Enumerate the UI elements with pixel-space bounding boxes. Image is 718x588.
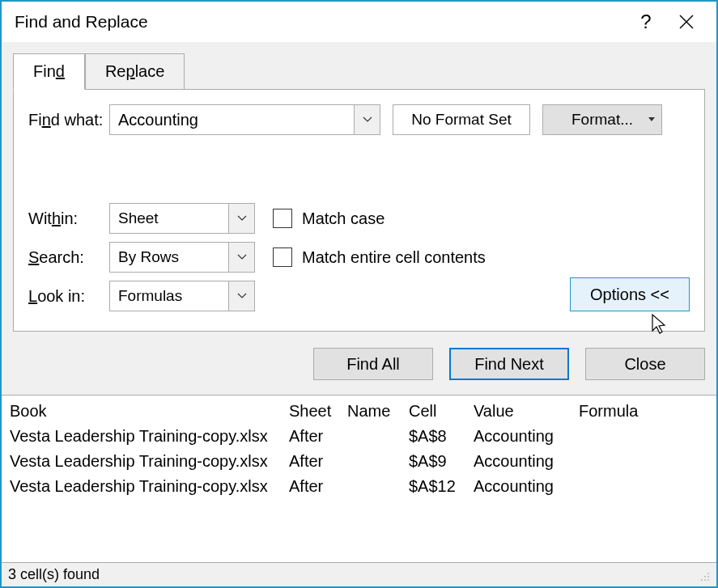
format-button[interactable]: Format... [542,104,662,135]
status-text: 3 cell(s) found [8,566,100,583]
look-in-dropdown-button[interactable] [228,281,254,311]
dropdown-marker-icon [648,116,655,122]
cursor-icon [649,313,669,336]
svg-marker-3 [652,315,665,333]
cell-book: Vesta Leadership Training-copy.xlsx [10,452,289,471]
cell-name [347,477,409,496]
match-entire-checkbox-row[interactable]: Match entire cell contents [273,247,486,267]
content-area: Find Replace Find what: No Format Set Fo… [2,42,716,562]
results-table[interactable]: Book Sheet Name Cell Value Formula Vesta… [2,395,716,562]
match-entire-checkbox[interactable] [273,247,292,267]
col-header-name[interactable]: Name [347,402,409,421]
cell-formula [579,427,708,446]
cell-book: Vesta Leadership Training-copy.xlsx [10,477,289,496]
chevron-down-icon [237,293,247,299]
close-button[interactable]: Close [585,348,705,380]
col-header-sheet[interactable]: Sheet [289,402,347,421]
statusbar: 3 cell(s) found [2,562,716,586]
cell-cell: $A$9 [409,452,474,471]
cell-value: Accounting [474,427,579,446]
find-replace-dialog: Find and Replace ? Find Replace Find wha… [0,0,718,588]
cell-sheet: After [289,477,347,496]
table-row[interactable]: Vesta Leadership Training-copy.xlsxAfter… [10,424,708,449]
cell-formula [579,452,708,471]
find-what-input[interactable] [110,105,354,134]
cell-sheet: After [289,427,347,446]
svg-marker-2 [648,117,655,121]
within-label: Within: [28,209,109,228]
no-format-preview: No Format Set [393,104,530,135]
cell-cell: $A$12 [409,477,474,496]
search-dropdown-button[interactable] [228,243,254,272]
resize-grip-icon[interactable] [697,569,710,582]
svg-point-6 [707,576,709,577]
col-header-book[interactable]: Book [10,402,289,421]
table-row[interactable]: Vesta Leadership Training-copy.xlsxAfter… [10,474,708,499]
col-header-cell[interactable]: Cell [409,402,474,421]
cell-book: Vesta Leadership Training-copy.xlsx [10,427,289,446]
chevron-down-icon [237,215,247,222]
tab-replace[interactable]: Replace [85,53,185,90]
svg-point-7 [701,579,703,581]
svg-point-8 [704,579,706,581]
col-header-value[interactable]: Value [474,402,579,421]
match-case-checkbox-row[interactable]: Match case [273,209,384,228]
dialog-buttons: Find All Find Next Close [13,332,705,395]
within-dropdown-button[interactable] [228,204,254,233]
results-header: Book Sheet Name Cell Value Formula [10,399,708,424]
options-button[interactable]: Options << [570,277,690,311]
close-icon [678,14,695,30]
search-select[interactable]: By Rows [109,242,255,273]
find-panel: Find what: No Format Set Format... [13,89,705,332]
titlebar: Find and Replace ? [2,2,716,42]
svg-point-4 [707,573,709,574]
svg-point-9 [707,579,709,581]
close-window-button[interactable] [666,6,707,38]
cell-name [347,452,409,471]
find-what-combo[interactable] [109,104,380,135]
svg-point-5 [704,576,706,577]
match-case-label: Match case [302,209,384,228]
cell-value: Accounting [474,477,579,496]
col-header-formula[interactable]: Formula [579,402,708,421]
cell-formula [579,477,708,496]
look-in-select[interactable]: Formulas [109,281,255,311]
look-in-label: Look in: [28,287,109,306]
match-entire-label: Match entire cell contents [302,248,486,267]
within-select[interactable]: Sheet [109,203,255,234]
find-what-label: Find what: [28,111,109,129]
find-what-dropdown-button[interactable] [354,105,380,134]
find-all-button[interactable]: Find All [313,348,433,380]
cell-name [347,427,409,446]
cell-sheet: After [289,452,347,471]
find-next-button[interactable]: Find Next [449,348,569,380]
chevron-down-icon [363,116,372,123]
table-row[interactable]: Vesta Leadership Training-copy.xlsxAfter… [10,449,708,474]
cell-cell: $A$8 [409,427,474,446]
match-case-checkbox[interactable] [273,209,292,228]
chevron-down-icon [237,254,247,260]
search-label: Search: [28,248,109,267]
help-button[interactable]: ? [626,6,666,38]
cell-value: Accounting [474,452,579,471]
tab-find[interactable]: Find [13,53,85,90]
window-title: Find and Replace [15,12,626,32]
